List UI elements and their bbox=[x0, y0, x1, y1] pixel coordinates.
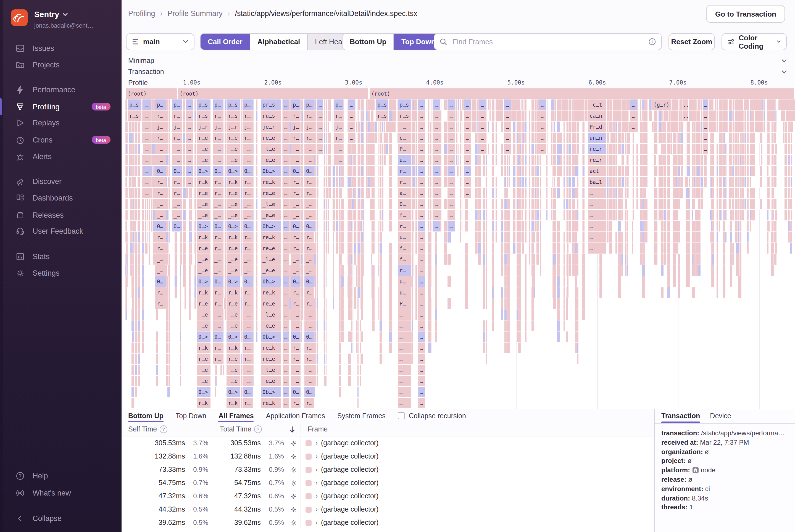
flame-frame[interactable] bbox=[505, 287, 507, 298]
flame-frame[interactable]: … bbox=[186, 133, 193, 143]
flame-frame[interactable] bbox=[333, 276, 334, 287]
flame-frame[interactable] bbox=[352, 309, 353, 320]
flame-frame[interactable] bbox=[475, 210, 478, 221]
flame-frame[interactable] bbox=[536, 111, 539, 121]
flame-frame[interactable] bbox=[324, 144, 325, 154]
flame-frame[interactable]: 0…> bbox=[197, 387, 210, 397]
flame-frame[interactable]: … bbox=[448, 121, 455, 132]
flame-frame[interactable] bbox=[412, 210, 413, 221]
flame-frame[interactable] bbox=[673, 254, 676, 265]
flame-frame[interactable] bbox=[180, 365, 181, 375]
flame-frame[interactable] bbox=[664, 243, 666, 253]
flame-frame[interactable] bbox=[694, 121, 695, 132]
flame-frame[interactable] bbox=[616, 121, 617, 132]
flame-frame[interactable] bbox=[256, 166, 258, 176]
flame-frame[interactable] bbox=[568, 210, 571, 221]
flame-frame[interactable] bbox=[516, 320, 518, 331]
flame-frame[interactable] bbox=[167, 265, 170, 276]
flame-frame[interactable] bbox=[180, 254, 182, 265]
flame-frame[interactable]: _…e bbox=[227, 320, 240, 331]
flame-frame[interactable] bbox=[667, 199, 670, 209]
flame-frame[interactable] bbox=[784, 210, 787, 221]
flame-frame[interactable]: … bbox=[418, 287, 425, 298]
flame-frame[interactable]: _l…e bbox=[261, 144, 281, 154]
flame-frame[interactable] bbox=[389, 320, 392, 331]
flame-frame[interactable] bbox=[126, 221, 127, 231]
flame-frame[interactable] bbox=[132, 309, 134, 320]
flame-frame[interactable]: _… bbox=[213, 155, 223, 165]
flame-frame[interactable] bbox=[732, 199, 734, 209]
flame-frame[interactable] bbox=[505, 166, 507, 176]
flame-frame[interactable] bbox=[324, 232, 325, 243]
flame-frame[interactable]: r… bbox=[398, 265, 411, 276]
flame-frame[interactable] bbox=[413, 133, 415, 143]
flame-frame[interactable] bbox=[680, 177, 683, 187]
flame-frame[interactable] bbox=[516, 210, 518, 221]
flame-frame[interactable]: re…k bbox=[261, 398, 281, 408]
flame-frame[interactable] bbox=[732, 111, 734, 121]
flame-frame[interactable]: r… bbox=[291, 343, 301, 353]
flame-frame[interactable] bbox=[380, 354, 382, 364]
flame-frame[interactable] bbox=[134, 177, 136, 187]
flame-frame[interactable] bbox=[747, 199, 749, 209]
flame-frame[interactable] bbox=[710, 166, 712, 176]
flame-frame[interactable] bbox=[336, 232, 338, 243]
flame-frame[interactable] bbox=[642, 155, 644, 165]
flame-frame[interactable]: u… bbox=[398, 232, 411, 243]
flame-frame[interactable] bbox=[315, 133, 316, 143]
flame-frame[interactable]: … bbox=[283, 221, 289, 231]
flame-frame[interactable] bbox=[339, 232, 341, 243]
flame-frame[interactable] bbox=[357, 320, 359, 331]
flame-frame[interactable] bbox=[465, 298, 468, 309]
flame-frame[interactable] bbox=[314, 155, 315, 165]
flame-frame[interactable] bbox=[315, 188, 316, 198]
flame-frame[interactable] bbox=[516, 221, 518, 231]
flame-frame[interactable] bbox=[553, 265, 556, 276]
flame-frame[interactable] bbox=[460, 188, 461, 198]
flame-frame[interactable] bbox=[572, 254, 575, 265]
flame-frame[interactable] bbox=[553, 287, 556, 298]
flame-frame[interactable] bbox=[661, 177, 663, 187]
flame-frame[interactable] bbox=[626, 221, 628, 231]
flame-frame[interactable] bbox=[518, 320, 520, 331]
flame-frame[interactable] bbox=[773, 155, 776, 165]
flame-frame[interactable] bbox=[361, 243, 363, 253]
flame-frame[interactable] bbox=[557, 298, 560, 309]
flame-frame[interactable] bbox=[577, 177, 579, 187]
flame-frame[interactable] bbox=[348, 177, 351, 187]
flame-frame[interactable] bbox=[729, 166, 731, 176]
flame-frame[interactable] bbox=[135, 298, 137, 309]
flame-frame[interactable] bbox=[654, 188, 656, 198]
flame-frame[interactable] bbox=[513, 177, 515, 187]
flame-frame[interactable] bbox=[744, 99, 749, 110]
search-input[interactable] bbox=[451, 37, 644, 46]
flame-frame[interactable] bbox=[697, 144, 700, 154]
flame-frame[interactable]: re…e bbox=[261, 133, 281, 143]
flame-frame[interactable] bbox=[256, 188, 258, 198]
flame-frame[interactable] bbox=[318, 188, 319, 198]
flame-frame[interactable] bbox=[224, 276, 226, 287]
flame-frame[interactable] bbox=[492, 265, 494, 276]
flame-frame[interactable]: re…k bbox=[261, 343, 281, 353]
flame-frame[interactable] bbox=[166, 99, 169, 110]
flame-frame[interactable] bbox=[389, 343, 392, 353]
flame-frame[interactable] bbox=[341, 276, 344, 287]
flame-frame[interactable] bbox=[135, 354, 137, 364]
flame-frame[interactable] bbox=[339, 177, 341, 187]
flame-frame[interactable] bbox=[540, 254, 541, 265]
flame-frame[interactable] bbox=[632, 221, 633, 231]
flame-frame[interactable] bbox=[564, 265, 565, 276]
flame-frame[interactable] bbox=[126, 232, 127, 243]
flame-frame[interactable] bbox=[568, 265, 571, 276]
flame-frame[interactable] bbox=[640, 210, 642, 221]
flame-frame[interactable] bbox=[435, 320, 437, 331]
flame-frame[interactable] bbox=[339, 199, 340, 209]
flame-frame[interactable]: … bbox=[433, 221, 440, 231]
flame-frame[interactable] bbox=[730, 243, 732, 253]
flame-frame[interactable]: 0… bbox=[213, 221, 223, 231]
flame-frame[interactable] bbox=[361, 177, 363, 187]
flame-frame[interactable] bbox=[719, 155, 722, 165]
flame-frame[interactable] bbox=[428, 166, 429, 176]
flame-frame[interactable] bbox=[132, 343, 134, 353]
flame-frame[interactable] bbox=[352, 276, 353, 287]
